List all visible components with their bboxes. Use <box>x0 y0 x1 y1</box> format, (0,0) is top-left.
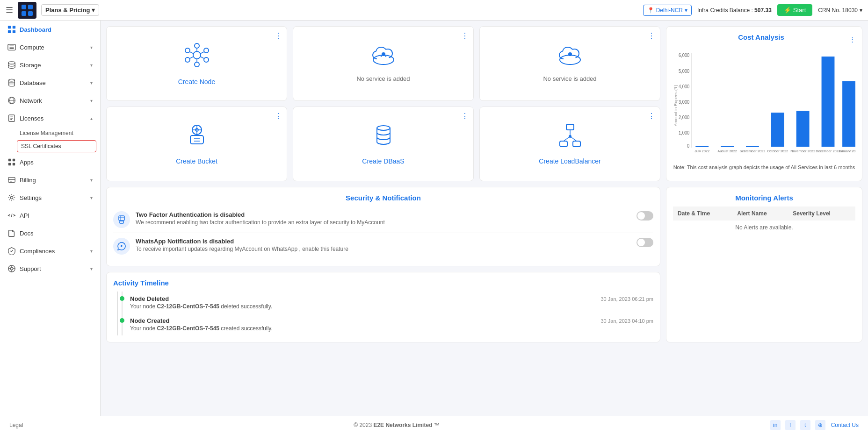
sidebar-label-database: Database <box>20 79 46 86</box>
sidebar-label-settings: Settings <box>20 194 42 201</box>
no-service-label-1: No service is added <box>356 75 410 82</box>
create-bucket-card[interactable]: ⋮ Create Bucket <box>106 107 287 181</box>
chevron-icon: ▾ <box>90 98 93 103</box>
sidebar-label-licenses: Licenses <box>20 115 43 122</box>
col-alertname: Alert Name <box>732 206 788 221</box>
chevron-icon: ▾ <box>90 266 93 271</box>
svg-rect-24 <box>8 163 11 165</box>
svg-rect-7 <box>13 30 15 33</box>
2fa-desc: We recommend enabling two factor authent… <box>136 219 631 226</box>
plans-pricing-dropdown[interactable]: Plans & Pricing ▾ <box>41 4 99 16</box>
svg-rect-68 <box>822 57 835 147</box>
activity-dot-icon <box>120 296 124 301</box>
svg-point-42 <box>185 48 190 53</box>
svg-text:3,000: 3,000 <box>679 100 689 105</box>
svg-rect-0 <box>22 5 26 9</box>
svg-line-48 <box>190 52 194 54</box>
card-menu-icon[interactable]: ⋮ <box>648 31 655 40</box>
sidebar-item-compliances[interactable]: Compliances ▾ <box>0 242 100 260</box>
svg-text:0: 0 <box>687 143 689 149</box>
crn-info[interactable]: CRN No. 18030 ▾ <box>818 7 862 14</box>
security-item-whatsapp: WhatsApp Notification is disabled To rec… <box>113 233 653 259</box>
svg-text:November 2022: November 2022 <box>790 149 815 152</box>
start-icon: ⚡ <box>784 7 791 14</box>
sidebar-item-api[interactable]: API <box>0 206 100 224</box>
svg-point-96 <box>569 135 571 138</box>
svg-rect-1 <box>28 5 33 9</box>
svg-rect-25 <box>13 163 15 165</box>
svg-point-37 <box>195 43 199 48</box>
svg-point-29 <box>10 196 13 199</box>
svg-rect-3 <box>28 11 33 16</box>
hamburger-menu[interactable]: ☰ <box>6 5 13 15</box>
sidebar-item-ssl-certificates[interactable]: SSL Certificates <box>17 140 96 152</box>
2fa-toggle[interactable] <box>637 211 653 221</box>
topbar: ☰ Plans & Pricing ▾ 📍 Delhi-NCR ▾ Infra … <box>0 0 868 21</box>
card-menu-icon[interactable]: ⋮ <box>275 31 282 40</box>
node-name-deleted: C2-12GB-CentOS-7-545 <box>157 303 219 310</box>
chevron-down-icon: ▾ <box>92 7 95 14</box>
sidebar-label-storage: Storage <box>20 62 41 69</box>
create-loadbalancer-card[interactable]: ⋮ Create LoadBalancer <box>479 107 660 181</box>
svg-rect-5 <box>13 26 15 28</box>
svg-line-44 <box>200 52 204 54</box>
sidebar-label-support: Support <box>20 265 41 272</box>
svg-rect-6 <box>8 30 11 33</box>
event-time-created: 30 Jan, 2023 04:10 pm <box>600 318 653 324</box>
sidebar-item-settings[interactable]: Settings ▾ <box>0 189 100 206</box>
svg-rect-66 <box>771 113 784 147</box>
sidebar-item-dashboard[interactable]: Dashboard <box>0 21 100 38</box>
footer-legal[interactable]: Legal <box>9 422 23 428</box>
cost-analysis-menu-icon[interactable]: ⋮ <box>849 36 855 43</box>
whatsapp-toggle[interactable] <box>637 238 653 247</box>
activity-dot-icon-2 <box>120 318 124 323</box>
sidebar-item-docs[interactable]: Docs <box>0 224 100 242</box>
footer-contact[interactable]: Contact Us <box>831 422 859 428</box>
card-menu-icon[interactable]: ⋮ <box>461 112 469 121</box>
no-service-card-1[interactable]: ⋮ No service is added <box>293 26 474 101</box>
card-menu-icon[interactable]: ⋮ <box>461 31 469 40</box>
sidebar-item-compute[interactable]: Compute ▾ <box>0 38 100 56</box>
card-menu-icon[interactable]: ⋮ <box>275 112 282 121</box>
sidebar-label-docs: Docs <box>20 230 34 237</box>
event-desc-created: Your node C2-12GB-CentOS-7-545 created s… <box>130 325 653 332</box>
svg-text:5,000: 5,000 <box>679 69 689 74</box>
sidebar-item-apps[interactable]: Apps <box>0 153 100 171</box>
rss-icon[interactable]: ⊕ <box>815 420 825 430</box>
svg-point-40 <box>195 62 199 67</box>
col-datetime: Date & Time <box>673 206 732 221</box>
security-panel: Security & Notification Two Factor Authe… <box>106 187 660 266</box>
sidebar-item-licenses[interactable]: Licenses ▴ <box>0 109 100 127</box>
topbar-left: ☰ Plans & Pricing ▾ <box>6 2 638 19</box>
svg-rect-67 <box>796 111 810 147</box>
create-node-label: Create Node <box>178 78 215 85</box>
card-menu-icon[interactable]: ⋮ <box>648 112 655 121</box>
start-button[interactable]: ⚡ Start <box>777 4 812 16</box>
monitoring-title: Monitoring Alerts <box>673 194 855 202</box>
credits-balance: Infra Credits Balance : 507.33 <box>697 7 772 14</box>
sidebar-item-support[interactable]: Support ▾ <box>0 260 100 277</box>
create-dbaas-card[interactable]: ⋮ Create DBaaS <box>293 107 474 181</box>
footer-copyright: © 2023 E2E Networks Limited ™ <box>354 422 440 428</box>
no-service-label-2: No service is added <box>543 75 596 82</box>
security-title: Security & Notification <box>113 194 653 202</box>
sidebar-item-billing[interactable]: Billing ▾ <box>0 171 100 189</box>
region-selector[interactable]: 📍 Delhi-NCR ▾ <box>643 5 692 16</box>
node-name-created: C2-12GB-CentOS-7-545 <box>157 325 219 332</box>
cost-analysis-panel: Cost Analysis ⋮ 6,000 5,000 4,000 3,000 … <box>666 26 862 181</box>
no-alerts-message: No Alerts are available. <box>673 221 855 235</box>
sidebar-label-billing: Billing <box>20 177 36 184</box>
svg-point-89 <box>377 126 390 130</box>
svg-rect-97 <box>119 216 124 221</box>
create-node-card[interactable]: ⋮ Create Node <box>106 26 287 101</box>
sidebar-item-storage[interactable]: Storage ▾ <box>0 56 100 74</box>
sidebar-item-database[interactable]: Database ▾ <box>0 74 100 92</box>
svg-point-12 <box>8 62 15 64</box>
linkedin-icon[interactable]: in <box>770 420 781 430</box>
facebook-icon[interactable]: f <box>785 420 796 430</box>
sidebar-item-license-management[interactable]: License Management <box>0 127 100 139</box>
no-service-card-2[interactable]: ⋮ No service is added <box>479 26 660 101</box>
sidebar-item-network[interactable]: Network ▾ <box>0 92 100 109</box>
main-layout: Dashboard Compute ▾ Storage ▾ Database ▾ <box>0 21 868 434</box>
twitter-icon[interactable]: t <box>800 420 810 430</box>
